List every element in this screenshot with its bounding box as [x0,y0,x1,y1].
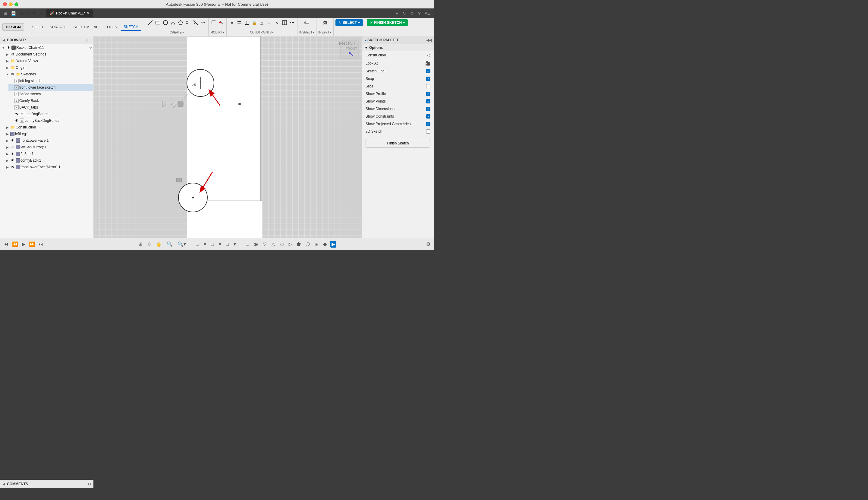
create-label[interactable]: CREATE ▾ [170,31,184,34]
tab-surface[interactable]: SURFACE [47,24,70,31]
rocket-chair-tab[interactable]: 🚀 Rocket Chair v11* × [46,9,93,17]
step-back-button[interactable]: ⏪ [11,241,19,248]
browser-pin-icon[interactable]: ⊟ [85,38,88,42]
tree-front-lower-1[interactable]: ▶ 👁 frontLowerFace:1 [4,137,93,144]
doc-settings-expand[interactable]: ▶ [5,53,10,56]
tree-construction[interactable]: ▶ 📁 Construction [4,124,93,130]
tree-left-leg-sketch[interactable]: ≡ left leg sketch [9,78,93,84]
display-mode-3[interactable]: □ [210,241,215,248]
tree-origin[interactable]: ▶ 📁 Origin [4,64,93,71]
minimize-traffic-light[interactable] [9,2,13,6]
show-dimensions-checkbox[interactable]: ✓ [426,107,430,111]
constraints-label[interactable]: CONSTRAINTS ▾ [250,31,274,34]
move-icon[interactable]: ✥ [146,241,152,248]
save-icon[interactable]: 💾 [10,10,17,16]
2a3da-1-eye-icon[interactable]: 👁 [10,151,15,156]
sketch-select-4[interactable]: ⬡ [304,241,311,248]
body-select-icon[interactable]: □ [245,241,250,248]
tab-close-icon[interactable]: × [87,11,89,15]
browser-settings-icon[interactable]: ⁞ [90,38,91,42]
show-profile-checkbox[interactable]: ✓ [426,92,430,96]
display-mode-5[interactable]: □ [225,241,230,248]
show-constraints-checkbox[interactable]: ✓ [426,114,430,118]
snap-checkbox[interactable]: ✓ [426,77,430,81]
construction-icon[interactable]: ◁ [427,53,430,58]
options-section-header[interactable]: ▼ Options [362,44,434,51]
tree-comfy-back-dogbones[interactable]: 👁 ≡ comfyBackDogBones [9,117,93,124]
vertex-select-icon[interactable]: △ [270,241,276,248]
sketch-select-active[interactable]: ▶ [330,241,336,248]
sketch-select-1[interactable]: ◁ [278,241,285,248]
user-icon[interactable]: AE [424,10,431,16]
help-icon[interactable]: ? [417,10,422,16]
tree-left-leg-1[interactable]: ▶ leftLeg:1 [4,130,93,137]
zoom-dropdown[interactable]: 🔍▾ [176,241,187,248]
palette-collapse-icon[interactable]: ◀◀ [426,38,431,42]
sketches-expand[interactable]: ▼ [5,73,10,76]
display-mode-6[interactable]: ▾ [232,241,237,248]
finish-sketch-toolbar-button[interactable]: ✓ FINISH SKETCH ▾ [367,19,408,26]
root-expand-icon[interactable]: ▼ [1,46,5,49]
tab-sheet-metal[interactable]: SHEET METAL [70,24,101,31]
new-tab-button[interactable]: + [394,10,399,16]
polygon-tool-icon[interactable] [177,19,184,26]
look-at-icon[interactable]: 🎥 [425,61,430,66]
trim-tool-icon[interactable] [192,19,199,26]
display-mode-4[interactable]: ▾ [218,241,222,248]
3d-sketch-checkbox[interactable] [426,129,430,134]
construction-expand[interactable]: ▶ [5,126,10,129]
show-points-checkbox[interactable]: ✓ [426,99,430,103]
redo-dropdown[interactable]: ▾ [38,10,44,16]
fillet-icon[interactable] [210,19,217,26]
tree-2a3da-1[interactable]: ▶ 👁 2a3da:1 [4,150,93,157]
play-button[interactable]: ▶ [21,241,26,248]
tree-left-leg-mirror-1[interactable]: ▶ 👁 leftLeg(Mirror):1 [4,144,93,150]
trim-modify-icon[interactable] [218,19,224,26]
undo-dropdown[interactable]: ▾ [26,10,31,16]
front-lower-1-eye-icon[interactable]: 👁 [10,138,15,143]
root-options-icon[interactable]: ⚙ [89,46,92,49]
tab-solid[interactable]: SOLID [29,24,46,31]
settings-gear-icon[interactable]: ⚙ [425,241,431,248]
comfy-back-dogbones-eye-icon[interactable]: 👁 [14,118,19,123]
insert-image-icon[interactable]: 🖼 [322,19,328,26]
sketch-select-6[interactable]: ◆ [322,241,328,248]
undo-button[interactable]: ↩ [19,10,25,16]
left-leg-mirror-expand[interactable]: ▶ [5,146,10,149]
root-eye-icon[interactable]: 👁 [6,45,11,50]
sketches-eye-icon[interactable]: 👁 [10,72,15,77]
slice-checkbox[interactable] [426,84,430,88]
tree-front-lower-face-sketch[interactable]: ≡ front lower face sketch [9,84,93,91]
tree-comfy-back[interactable]: ≡ Comfy Back [9,98,93,104]
left-leg-1-expand[interactable]: ▶ [5,133,10,136]
display-mode-1[interactable]: □ [195,241,200,248]
measure-icon[interactable] [303,19,310,26]
equal-constraint-icon[interactable]: = [229,19,235,26]
tree-front-lower-mirror-1[interactable]: ▶ 👁 frontLowerFace(Mirror):1 [4,164,93,170]
2a3da-1-expand[interactable]: ▶ [5,152,10,156]
face-select-icon[interactable]: ◉ [253,241,259,248]
edge-select-icon[interactable]: ▽ [262,241,268,248]
xmark-icon[interactable]: ✕ [274,19,280,26]
comfy-back-1-expand[interactable]: ▶ [5,159,10,162]
pan-icon[interactable]: 🖐 [154,241,163,248]
sketch-grid-checkbox[interactable]: ✓ [426,69,430,73]
inspect-label[interactable]: INSPECT ▾ [299,31,314,34]
legs-dogbones-eye-icon[interactable]: 👁 [14,112,19,116]
refresh-button[interactable]: ↻ [401,10,407,16]
insert-label[interactable]: INSERT ▾ [318,31,332,34]
skip-start-button[interactable]: ⏮ [2,241,10,248]
front-lower-mirror-expand[interactable]: ▶ [5,166,10,169]
tree-doc-settings[interactable]: ▶ ⚙ Document Settings [4,51,93,58]
comfy-back-1-eye-icon[interactable]: 👁 [10,158,15,163]
circle-tool-icon[interactable] [162,19,169,26]
canvas-area[interactable]: ↙5 ✓ [93,36,362,238]
sketch-select-2[interactable]: ▷ [287,241,293,248]
tree-back-tabs[interactable]: ≡ BACK_tabs [9,104,93,111]
modify-label[interactable]: MODIFY ▾ [211,31,224,34]
tree-root[interactable]: ▼ 👁 Rocket Chair v11 ⚙ [0,44,93,51]
zoom-icon[interactable]: 🔍 [165,241,174,248]
tree-named-views[interactable]: ▶ 📁 Named Views [4,58,93,64]
maximize-traffic-light[interactable] [14,2,19,6]
perpendicular-icon[interactable] [244,19,250,26]
